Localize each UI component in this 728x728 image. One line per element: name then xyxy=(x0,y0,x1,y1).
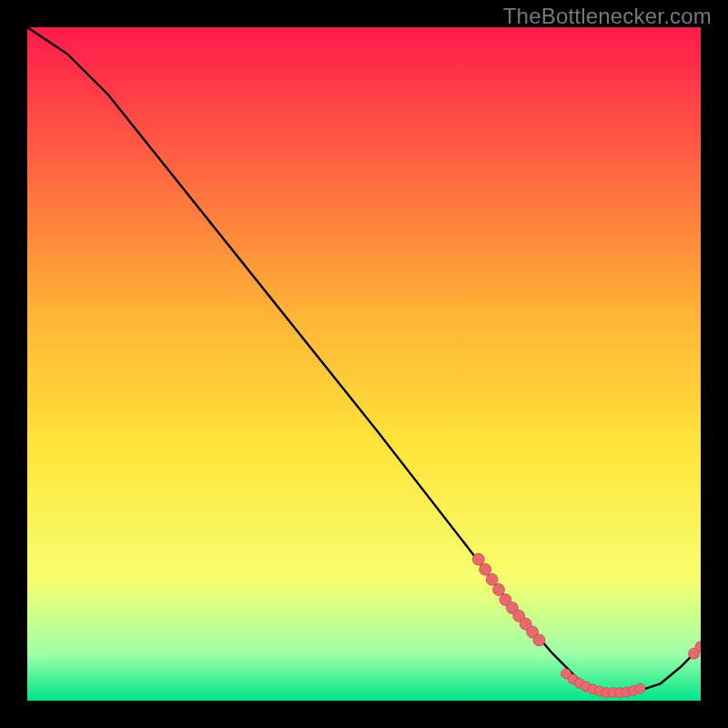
data-point xyxy=(635,683,645,693)
gradient-background xyxy=(27,27,701,701)
plot-area xyxy=(27,27,701,701)
data-point xyxy=(472,553,484,565)
watermark-text: TheBottlenecker.com xyxy=(503,4,712,29)
data-point xyxy=(533,634,545,646)
data-point xyxy=(493,583,505,595)
chart-stage: TheBottlenecker.com xyxy=(0,0,728,728)
data-point xyxy=(480,563,491,575)
data-point xyxy=(486,573,498,585)
chart-svg xyxy=(27,27,701,701)
